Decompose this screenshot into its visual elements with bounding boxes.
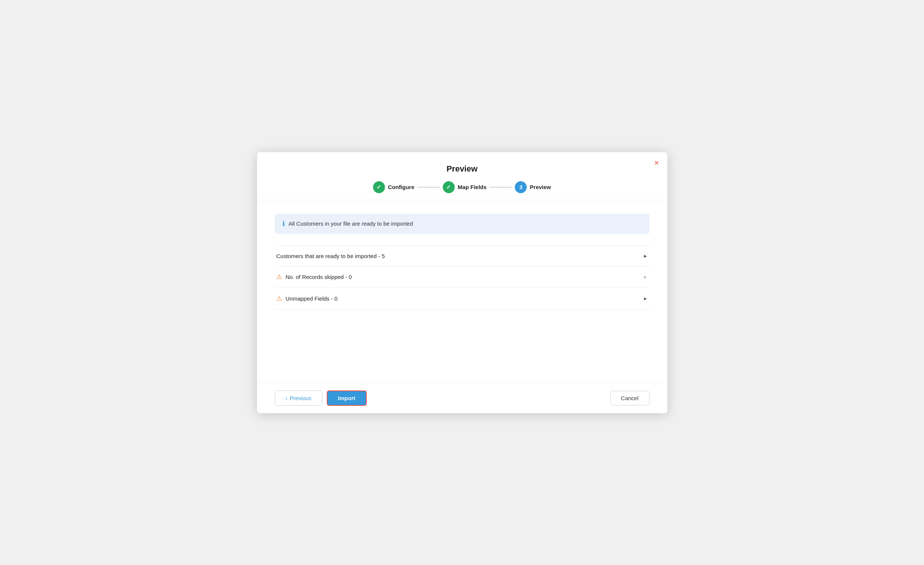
footer-left: ‹ Previous Import [275, 390, 367, 406]
modal-footer: ‹ Previous Import Cancel [257, 383, 668, 413]
info-banner-text: All Customers in your file are ready to … [289, 220, 413, 227]
summary-item-skipped-left: ⚠ No. of Records skipped - 0 [276, 273, 352, 281]
step-connector-1 [417, 187, 440, 187]
modal-body: ℹ All Customers in your file are ready t… [257, 200, 668, 383]
modal-title: Preview [257, 164, 668, 174]
previous-label: Previous [290, 395, 312, 401]
summary-item-ready[interactable]: Customers that are ready to be imported … [275, 246, 650, 266]
summary-arrow-skipped: ► [643, 274, 648, 280]
step-preview-number: 3 [519, 184, 522, 190]
step-preview-label: Preview [530, 184, 551, 190]
summary-item-unmapped[interactable]: ⚠ Unmapped Fields - 0 ► [275, 288, 650, 310]
warning-icon-skipped: ⚠ [276, 273, 282, 281]
summary-arrow-ready: ► [643, 253, 648, 259]
previous-chevron-icon: ‹ [286, 395, 288, 401]
summary-item-ready-left: Customers that are ready to be imported … [276, 253, 385, 259]
summary-item-skipped[interactable]: ⚠ No. of Records skipped - 0 ► [275, 266, 650, 288]
cancel-button[interactable]: Cancel [610, 391, 650, 405]
summary-arrow-unmapped: ► [643, 296, 648, 301]
step-configure-label: Configure [388, 184, 414, 190]
info-icon: ℹ [282, 220, 285, 228]
info-banner: ℹ All Customers in your file are ready t… [275, 214, 650, 234]
warning-icon-unmapped: ⚠ [276, 295, 282, 303]
step-preview: 3 Preview [515, 181, 551, 193]
checkmark-icon: ✓ [376, 184, 381, 190]
step-connector-2 [489, 187, 512, 187]
step-map-fields-label: Map Fields [458, 184, 487, 190]
summary-label-skipped: No. of Records skipped - 0 [286, 274, 352, 280]
stepper: ✓ Configure ✓ Map Fields 3 Preview [257, 181, 668, 193]
step-preview-circle: 3 [515, 181, 527, 193]
previous-button[interactable]: ‹ Previous [275, 390, 322, 406]
modal-header: Preview ✓ Configure ✓ Map Fields [257, 152, 668, 200]
close-button[interactable]: × [654, 159, 659, 167]
summary-item-unmapped-left: ⚠ Unmapped Fields - 0 [276, 295, 338, 303]
import-button[interactable]: Import [327, 390, 367, 406]
summary-label-unmapped: Unmapped Fields - 0 [286, 295, 338, 302]
step-configure: ✓ Configure [373, 181, 414, 193]
step-map-fields-circle: ✓ [443, 181, 455, 193]
checkmark-icon-2: ✓ [446, 184, 451, 190]
summary-label-ready: Customers that are ready to be imported … [276, 253, 385, 259]
summary-list: Customers that are ready to be imported … [275, 246, 650, 310]
step-map-fields: ✓ Map Fields [443, 181, 487, 193]
step-configure-circle: ✓ [373, 181, 385, 193]
modal: × Preview ✓ Configure ✓ Map Fields [257, 152, 668, 413]
